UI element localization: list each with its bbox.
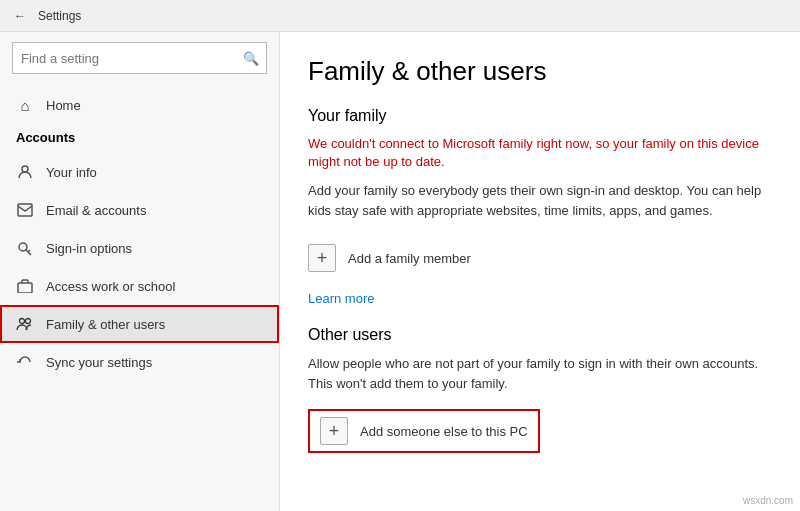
sync-icon xyxy=(16,353,34,371)
add-family-label: Add a family member xyxy=(348,251,471,266)
svg-point-5 xyxy=(26,319,31,324)
titlebar: ← Settings xyxy=(0,0,800,32)
titlebar-title: Settings xyxy=(38,9,81,23)
other-users-heading: Other users xyxy=(308,326,772,344)
sidebar-item-signin-options[interactable]: Sign-in options xyxy=(0,229,279,267)
search-icon: 🔍 xyxy=(243,51,259,66)
sidebar-item-home[interactable]: ⌂ Home xyxy=(0,86,279,124)
sidebar-item-your-info[interactable]: Your info xyxy=(0,153,279,191)
sidebar-home-label: Home xyxy=(46,98,81,113)
svg-point-4 xyxy=(20,319,25,324)
add-someone-label: Add someone else to this PC xyxy=(360,424,528,439)
svg-rect-1 xyxy=(18,204,32,216)
main-layout: 🔍 ⌂ Home Accounts Your info xyxy=(0,32,800,511)
sidebar-label-access-work: Access work or school xyxy=(46,279,175,294)
add-family-button[interactable]: + xyxy=(308,244,336,272)
sidebar-item-sync[interactable]: Sync your settings xyxy=(0,343,279,381)
page-title: Family & other users xyxy=(308,56,772,87)
sidebar-item-email-accounts[interactable]: Email & accounts xyxy=(0,191,279,229)
sidebar-label-family-users: Family & other users xyxy=(46,317,165,332)
svg-rect-3 xyxy=(18,283,32,293)
sidebar: 🔍 ⌂ Home Accounts Your info xyxy=(0,32,280,511)
sidebar-label-your-info: Your info xyxy=(46,165,97,180)
sidebar-item-family-users[interactable]: Family & other users xyxy=(0,305,279,343)
error-message: We couldn't connect to Microsoft family … xyxy=(308,135,772,171)
family-icon xyxy=(16,315,34,333)
sidebar-label-email-accounts: Email & accounts xyxy=(46,203,146,218)
sidebar-label-sync: Sync your settings xyxy=(46,355,152,370)
search-container: 🔍 xyxy=(12,42,267,74)
your-family-heading: Your family xyxy=(308,107,772,125)
sidebar-item-access-work[interactable]: Access work or school xyxy=(0,267,279,305)
person-icon xyxy=(16,163,34,181)
sidebar-section-title: Accounts xyxy=(0,124,279,153)
content-area: Family & other users Your family We coul… xyxy=(280,32,800,511)
add-someone-row[interactable]: + Add someone else to this PC xyxy=(308,409,540,453)
add-family-member-row[interactable]: + Add a family member xyxy=(308,236,772,280)
svg-point-2 xyxy=(19,243,27,251)
learn-more-link[interactable]: Learn more xyxy=(308,291,374,306)
back-button[interactable]: ← xyxy=(10,6,30,26)
add-someone-button[interactable]: + xyxy=(320,417,348,445)
home-icon: ⌂ xyxy=(16,96,34,114)
sidebar-label-signin: Sign-in options xyxy=(46,241,132,256)
search-input[interactable] xyxy=(12,42,267,74)
briefcase-icon xyxy=(16,277,34,295)
email-icon xyxy=(16,201,34,219)
family-description: Add your family so everybody gets their … xyxy=(308,181,772,220)
key-icon xyxy=(16,239,34,257)
watermark: wsxdn.com xyxy=(740,494,796,507)
other-users-description: Allow people who are not part of your fa… xyxy=(308,354,772,393)
svg-point-0 xyxy=(22,166,28,172)
